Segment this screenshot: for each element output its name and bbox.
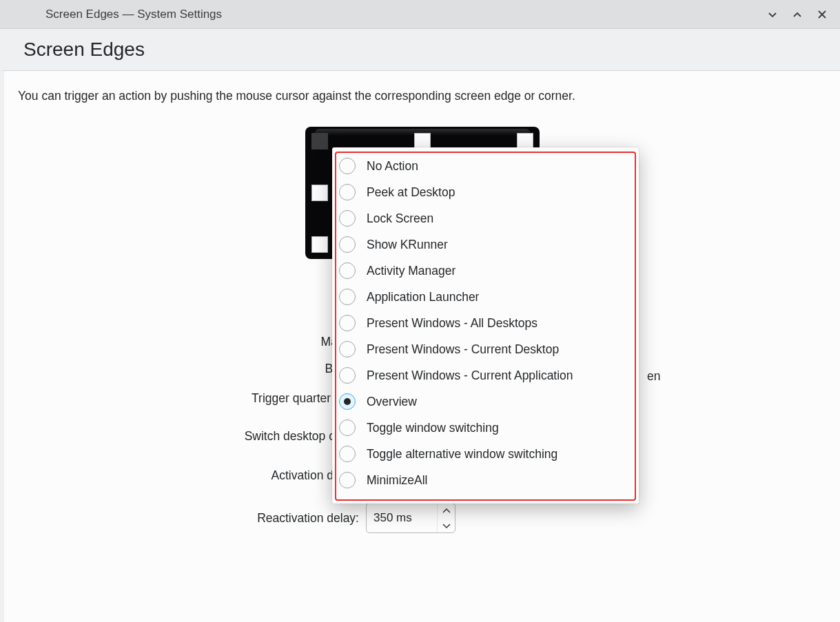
page-header: Screen Edges xyxy=(0,29,840,71)
action-option[interactable]: Present Windows - All Desktops xyxy=(332,310,639,336)
action-option[interactable]: Overview xyxy=(332,388,639,415)
action-option-label: No Action xyxy=(367,159,418,174)
behaviour-suffix: en xyxy=(647,369,660,384)
hotspot-bottom-left[interactable] xyxy=(311,236,328,253)
hotspot-top-left[interactable] xyxy=(311,133,328,149)
radio-icon xyxy=(339,289,356,305)
action-option[interactable]: Present Windows - Current Desktop xyxy=(332,336,639,362)
activation-delay-label: Activation delay: xyxy=(18,468,366,483)
action-option-label: MinimizeAll xyxy=(367,473,427,488)
action-option[interactable]: No Action xyxy=(332,147,639,179)
chevron-up-icon xyxy=(442,508,451,514)
page-title: Screen Edges xyxy=(23,39,821,61)
action-option-label: Toggle window switching xyxy=(367,421,499,435)
chevron-down-icon xyxy=(442,523,451,528)
radio-icon xyxy=(339,393,356,410)
close-button[interactable] xyxy=(811,3,833,25)
reactivation-delay-label: Reactivation delay: xyxy=(18,511,366,526)
action-option-label: Overview xyxy=(367,395,417,409)
action-option-label: Peek at Desktop xyxy=(367,185,455,200)
action-option[interactable]: Application Launcher xyxy=(332,284,639,310)
radio-icon xyxy=(339,472,356,488)
action-option[interactable]: Activity Manager xyxy=(332,258,639,284)
radio-icon xyxy=(339,236,356,253)
action-option-label: Present Windows - Current Application xyxy=(367,369,573,383)
action-option-label: Application Launcher xyxy=(367,290,479,304)
description-text: You can trigger an action by pushing the… xyxy=(18,89,826,103)
reactivation-delay-down[interactable] xyxy=(438,518,455,532)
radio-icon xyxy=(339,446,356,462)
action-option[interactable]: Show KRunner xyxy=(332,231,639,258)
maximize-label: Maximi xyxy=(18,335,366,349)
chevron-up-icon xyxy=(792,9,803,20)
window-title: Screen Edges — System Settings xyxy=(45,8,222,21)
minimize-button[interactable] xyxy=(761,3,783,25)
action-option[interactable]: Peek at Desktop xyxy=(332,179,639,205)
reactivation-delay-up[interactable] xyxy=(438,504,455,518)
action-option-label: Activity Manager xyxy=(367,264,455,278)
chevron-down-icon xyxy=(767,9,778,20)
content-area: You can trigger an action by pushing the… xyxy=(0,71,840,622)
action-option[interactable]: Lock Screen xyxy=(332,205,639,231)
titlebar: Screen Edges — System Settings xyxy=(0,0,840,29)
radio-icon xyxy=(339,341,356,357)
action-option-label: Show KRunner xyxy=(367,238,448,252)
action-option-label: Present Windows - All Desktops xyxy=(367,316,537,331)
switch-desktop-label: Switch desktop on ed xyxy=(18,429,366,444)
radio-icon xyxy=(339,315,356,331)
behaviour-label: Behav xyxy=(18,362,366,376)
radio-icon xyxy=(339,210,356,227)
radio-icon xyxy=(339,158,356,174)
action-option[interactable]: Toggle alternative window switching xyxy=(332,441,639,467)
close-icon xyxy=(817,9,828,20)
reactivation-delay-spinbox[interactable]: 350 ms xyxy=(366,503,455,533)
quarter-tiling-label: Trigger quarter tiling xyxy=(18,391,366,406)
radio-icon xyxy=(339,262,356,279)
action-option[interactable]: Present Windows - Current Application xyxy=(332,362,639,388)
action-option[interactable]: MinimizeAll xyxy=(332,467,639,493)
edge-action-popup[interactable]: No ActionPeek at DesktopLock ScreenShow … xyxy=(332,147,639,504)
maximize-button[interactable] xyxy=(786,3,808,25)
action-option-label: Present Windows - Current Desktop xyxy=(367,342,559,357)
radio-icon xyxy=(339,419,356,436)
action-option-label: Lock Screen xyxy=(367,211,433,226)
action-option-label: Toggle alternative window switching xyxy=(367,447,557,462)
reactivation-delay-value: 350 ms xyxy=(367,504,437,532)
radio-icon xyxy=(339,184,356,200)
action-option[interactable]: Toggle window switching xyxy=(332,415,639,441)
radio-icon xyxy=(339,367,356,384)
hotspot-left[interactable] xyxy=(311,185,328,201)
